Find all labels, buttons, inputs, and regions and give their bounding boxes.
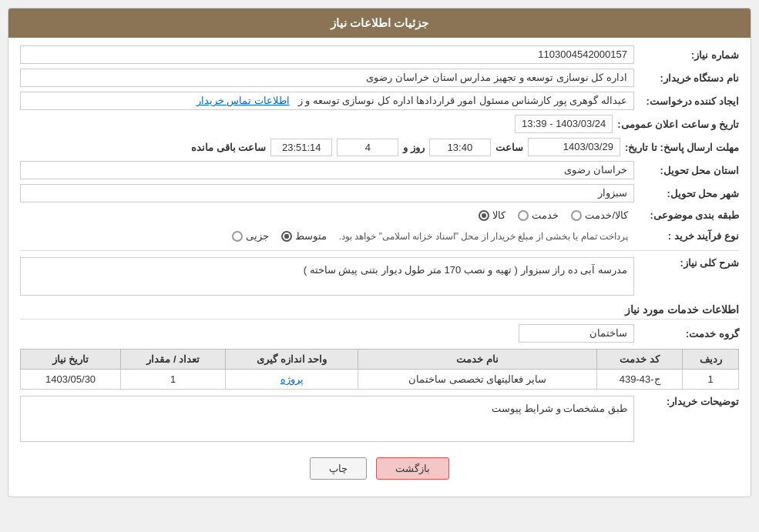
purchase-type-jozi-label: جزیی xyxy=(246,230,269,242)
deadline-days-label: روز و xyxy=(403,142,425,153)
purchase-type-label: نوع فرآیند خرید : xyxy=(639,230,739,242)
category-options: کالا/خدمت خدمت کالا xyxy=(472,207,634,223)
announcement-date-row: تاریخ و ساعت اعلان عمومی: 1403/03/24 - 1… xyxy=(20,115,739,133)
category-kala-khedmat: کالا/خدمت xyxy=(571,209,628,221)
category-label: طبقه بندی موضوعی: xyxy=(639,209,739,221)
category-khedmat-radio[interactable] xyxy=(518,210,529,221)
general-desc-value: مدرسه آبی ده راز سبزوار ( تهیه و نصب 170… xyxy=(20,257,634,296)
purchase-type-motavaset-label: متوسط xyxy=(295,230,327,242)
card-body: شماره نیاز: 1103004542000157 نام دستگاه … xyxy=(8,38,751,497)
deadline-date: 1403/03/29 xyxy=(528,138,620,156)
buyer-notes-value: طبق مشخصات و شرایط پیوست xyxy=(492,403,627,414)
button-row: بازگشت چاپ xyxy=(20,448,739,489)
card-header: جزئیات اطلاعات نیاز xyxy=(8,8,751,38)
category-khedmat: خدمت xyxy=(518,209,559,221)
cell-quantity: 1 xyxy=(121,370,226,390)
service-group-row: گروه خدمت: ساختمان xyxy=(20,324,739,343)
col-unit: واحد اندازه گیری xyxy=(226,350,358,370)
col-quantity: تعداد / مقدار xyxy=(121,350,226,370)
creator-label: ایجاد کننده درخواست: xyxy=(639,95,739,107)
buyer-org-label: نام دستگاه خریدار: xyxy=(639,72,739,84)
province-label: استان محل تحویل: xyxy=(639,165,739,176)
need-number-label: شماره نیاز: xyxy=(639,49,739,61)
creator-value: عبداله گوهری پور کارشناس مسئول امور قرار… xyxy=(20,92,634,110)
announcement-date-value: 1403/03/24 - 13:39 xyxy=(515,115,613,133)
buyer-org-value: اداره کل نوسازی توسعه و تجهیز مدارس استا… xyxy=(20,69,634,87)
deadline-countdown: 23:51:14 xyxy=(270,139,332,156)
table-row: 1 ج-43-439 سایر فعالیتهای تخصصی ساختمان … xyxy=(21,370,739,390)
category-kala-khedmat-label: کالا/خدمت xyxy=(585,209,628,221)
category-row: طبقه بندی موضوعی: کالا/خدمت خدمت کالا xyxy=(20,207,739,223)
general-desc-row: شرح کلی نیاز: مدرسه آبی ده راز سبزوار ( … xyxy=(20,257,739,296)
buyer-notes-row: توضیحات خریدار: طبق مشخصات و شرایط پیوست xyxy=(20,396,739,442)
deadline-row: مهلت ارسال پاسخ: تا تاریخ: 1403/03/29 سا… xyxy=(20,138,739,156)
cell-unit[interactable]: پروژه xyxy=(226,370,358,390)
cell-date: 1403/05/30 xyxy=(21,370,121,390)
category-khedmat-label: خدمت xyxy=(532,209,559,221)
province-row: استان محل تحویل: خراسان رضوی xyxy=(20,161,739,179)
creator-text: عبداله گوهری پور کارشناس مسئول امور قرار… xyxy=(298,95,627,106)
service-table: ردیف کد خدمت نام خدمت واحد اندازه گیری ت… xyxy=(20,349,739,390)
deadline-remaining: ساعت باقی مانده xyxy=(191,142,266,153)
cell-service-code: ج-43-439 xyxy=(597,370,683,390)
purchase-type-options: پرداخت تمام یا بخشی از مبلغ خریدار از مح… xyxy=(226,228,634,244)
deadline-time-label: ساعت xyxy=(495,142,523,153)
general-desc-label: شرح کلی نیاز: xyxy=(639,257,739,269)
category-kala-radio[interactable] xyxy=(479,210,489,221)
divider-1 xyxy=(20,250,739,251)
need-number-value: 1103004542000157 xyxy=(20,45,634,64)
purchase-type-note: پرداخت تمام یا بخشی از مبلغ خریدار از مح… xyxy=(339,231,628,242)
creator-contact-link[interactable]: اطلاعات تماس خریدار xyxy=(196,95,290,106)
main-card: جزئیات اطلاعات نیاز شماره نیاز: 11030045… xyxy=(8,8,751,497)
city-value: سبزوار xyxy=(20,184,634,202)
need-number-row: شماره نیاز: 1103004542000157 xyxy=(20,45,739,64)
province-value: خراسان رضوی xyxy=(20,161,634,179)
category-kala-label: کالا xyxy=(492,209,505,221)
purchase-type-motavaset: متوسط xyxy=(281,230,327,242)
category-kala-khedmat-radio[interactable] xyxy=(571,210,582,221)
purchase-type-row: نوع فرآیند خرید : پرداخت تمام یا بخشی از… xyxy=(20,228,739,244)
page-title: جزئیات اطلاعات نیاز xyxy=(331,16,428,29)
col-index: ردیف xyxy=(683,350,739,370)
city-label: شهر محل تحویل: xyxy=(639,188,739,199)
purchase-type-motavaset-radio[interactable] xyxy=(281,231,292,242)
creator-row: ایجاد کننده درخواست: عبداله گوهری پور کا… xyxy=(20,92,739,110)
buyer-notes-label: توضیحات خریدار: xyxy=(639,396,739,407)
buyer-notes-box: طبق مشخصات و شرایط پیوست xyxy=(20,396,634,442)
col-service-code: کد خدمت xyxy=(597,350,683,370)
service-group-value: ساختمان xyxy=(519,324,634,343)
category-kala: کالا xyxy=(479,209,505,221)
deadline-days: 4 xyxy=(337,139,398,156)
deadline-time: 13:40 xyxy=(429,139,491,156)
col-service-name: نام خدمت xyxy=(358,350,596,370)
page-container: جزئیات اطلاعات نیاز شماره نیاز: 11030045… xyxy=(0,0,759,532)
services-section-title: اطلاعات خدمات مورد نیاز xyxy=(20,303,739,320)
col-date: تاریخ نیاز xyxy=(21,350,121,370)
announcement-date-label: تاریخ و ساعت اعلان عمومی: xyxy=(617,119,739,130)
print-button[interactable]: چاپ xyxy=(310,457,367,480)
purchase-type-jozi-radio[interactable] xyxy=(232,231,243,242)
back-button[interactable]: بازگشت xyxy=(376,457,449,480)
service-group-label: گروه خدمت: xyxy=(639,328,739,340)
cell-service-name: سایر فعالیتهای تخصصی ساختمان xyxy=(358,370,596,390)
deadline-label: مهلت ارسال پاسخ: تا تاریخ: xyxy=(625,142,739,153)
purchase-type-jozi: جزیی xyxy=(232,230,269,242)
cell-index: 1 xyxy=(683,370,739,390)
buyer-org-row: نام دستگاه خریدار: اداره کل نوسازی توسعه… xyxy=(20,69,739,87)
city-row: شهر محل تحویل: سبزوار xyxy=(20,184,739,202)
